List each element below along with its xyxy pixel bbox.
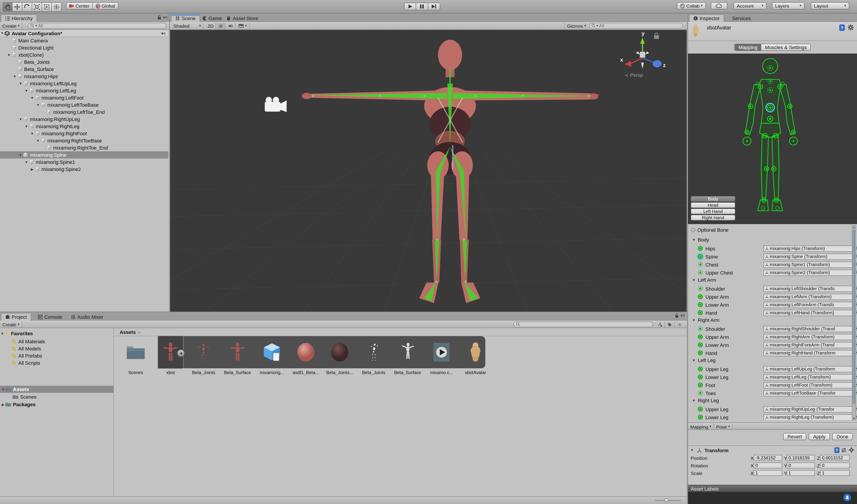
tab-scene[interactable]: Scene	[171, 14, 200, 22]
slider-knob[interactable]	[665, 498, 668, 502]
hand-tool-button[interactable]	[3, 2, 13, 12]
hierarchy-item[interactable]: ▼xbot(Clone)	[0, 51, 168, 58]
folder-item-assets[interactable]: ▼Assets	[0, 386, 113, 393]
presets-icon[interactable]	[841, 448, 846, 453]
transform-field-x[interactable]: -9.234152	[754, 455, 782, 461]
bone-object-field[interactable]: mixamorig:Spine (Transform)	[763, 253, 852, 259]
bone-state-dot[interactable]	[698, 334, 703, 339]
hierarchy-item[interactable]: ▼mixamorig:RightLeg	[0, 123, 168, 130]
bone-state-dot[interactable]	[698, 383, 703, 387]
bone-state-dot[interactable]	[698, 391, 703, 396]
bone-state-dot[interactable]	[698, 270, 703, 275]
part-button-head[interactable]: Head	[691, 202, 735, 208]
panel-menu-icon[interactable]: ▾≡	[163, 15, 167, 20]
bone-state-dot[interactable]	[698, 286, 703, 291]
hierarchy-item[interactable]: ▼mixamorig:RightToeBase	[0, 137, 168, 144]
favorite-item[interactable]: All Prefabs	[0, 352, 113, 359]
bone-state-dot[interactable]	[698, 350, 703, 355]
shading-mode-dropdown[interactable]: Shaded▾	[171, 23, 204, 29]
2d-toggle[interactable]: 2D	[206, 23, 216, 29]
gizmos-dropdown[interactable]: Gizmos▾	[564, 23, 586, 29]
favorite-item[interactable]: All Scripts	[0, 359, 113, 367]
part-button-body[interactable]: Body	[691, 196, 735, 202]
hierarchy-item[interactable]: Directional Light	[0, 44, 168, 51]
bone-object-field[interactable]: mixamorig:LeftShoulder (Transfo	[763, 285, 852, 292]
account-dropdown[interactable]: Account▾	[734, 2, 767, 10]
scene-header-row[interactable]: ▼ Avatar Configuration* ▾≡	[0, 30, 168, 37]
transform-tool-button[interactable]	[52, 2, 62, 12]
transform-field-y[interactable]: 0	[787, 463, 815, 468]
breadcrumb-folder[interactable]: Assets	[120, 329, 136, 335]
thumbnail-size-slider[interactable]	[655, 500, 681, 501]
hierarchy-item[interactable]: Main Camera	[0, 37, 168, 44]
foldout-arrow[interactable]: ▼	[36, 139, 40, 142]
search-by-type-button[interactable]	[655, 321, 665, 327]
bone-object-field[interactable]: mixamorig:RightShoulder (Transf	[763, 326, 852, 332]
bone-state-dot[interactable]	[698, 310, 703, 315]
bone-object-field[interactable]: mixamorig:RightHand (Transform	[763, 350, 852, 356]
hierarchy-item[interactable]: ▼mixamorig:RightUpLeg	[0, 116, 168, 123]
hierarchy-item[interactable]: ▼mixamorig:LeftFoot	[0, 94, 168, 101]
gear-icon[interactable]	[849, 447, 854, 453]
hierarchy-item[interactable]: Beta_Joints	[0, 58, 168, 66]
transform-field-y[interactable]: 1	[787, 470, 815, 476]
foldout-arrow[interactable]: ▼	[18, 153, 23, 157]
bone-state-dot[interactable]	[698, 407, 703, 411]
favorite-item[interactable]: All Models	[0, 345, 113, 352]
hierarchy-item[interactable]: ▼mixamorig:LeftUpLeg	[0, 80, 168, 87]
pause-button[interactable]	[416, 3, 428, 10]
foldout-arrow[interactable]: ▼	[692, 358, 696, 362]
transform-field-z[interactable]: 0	[820, 463, 850, 468]
hierarchy-item[interactable]: mixamorig:RightToe_End	[0, 144, 168, 151]
foldout-arrow[interactable]: ▼	[24, 124, 29, 128]
tab-services[interactable]: Services	[728, 14, 755, 22]
bone-state-dot[interactable]	[698, 374, 703, 380]
bone-object-field[interactable]: mixamorig:RightLeg (Transform)	[763, 414, 852, 420]
bone-object-field[interactable]: mixamorig:Spine2 (Transform)	[763, 269, 852, 276]
bone-section-header[interactable]: ▼Right Leg	[692, 398, 719, 403]
asset-labels-header[interactable]: Asset Labels	[688, 485, 857, 492]
foldout-arrow[interactable]: ▼	[18, 117, 23, 121]
apply-button[interactable]: Apply	[809, 433, 830, 440]
bone-section-header[interactable]: ▼Left Arm	[692, 277, 716, 283]
tab-audio-mixer[interactable]: Audio Mixer	[67, 313, 107, 320]
folder-item-scenes[interactable]: Scenes	[0, 393, 113, 400]
tab-inspector[interactable]: iInspector	[689, 14, 724, 22]
space-toggle-button[interactable]: Global	[93, 2, 118, 10]
rotate-tool-button[interactable]	[22, 2, 32, 12]
tab-muscles-settings[interactable]: Muscles & Settings	[761, 44, 811, 51]
foldout-arrow[interactable]: ▼	[692, 278, 696, 282]
tab-asset-store[interactable]: Asset Store	[222, 14, 262, 22]
tab-console[interactable]: Console	[34, 313, 66, 320]
bone-section-header[interactable]: ▼Body	[692, 237, 709, 242]
tab-hierarchy[interactable]: Hierarchy	[1, 14, 37, 22]
foldout-arrow[interactable]: ▼	[690, 448, 694, 452]
bone-object-field[interactable]: mixamorig:LeftArm (Transform)	[763, 293, 852, 300]
play-button[interactable]	[404, 3, 416, 10]
hierarchy-item[interactable]: ▼mixamorig:Spine1	[0, 158, 168, 166]
hierarchy-item[interactable]: Beta_Surface	[0, 66, 168, 73]
scale-tool-button[interactable]	[32, 2, 42, 12]
step-button[interactable]	[428, 3, 440, 10]
scene-viewport[interactable]: y x z ≺ Persp	[170, 30, 687, 312]
bone-object-field[interactable]: mixamorig:RightArm (Transform)	[763, 334, 852, 340]
audio-toggle[interactable]	[226, 23, 235, 29]
bone-state-dot[interactable]	[698, 294, 703, 299]
saved-search-star-button[interactable]: ★	[675, 321, 685, 327]
avatar-body-diagram[interactable]	[742, 56, 798, 222]
bone-state-dot[interactable]	[698, 302, 703, 307]
foldout-arrow[interactable]: ▼	[18, 82, 23, 85]
tag-button[interactable]	[843, 494, 851, 501]
hierarchy-item[interactable]: ▼mixamorig:LeftToeBase	[0, 101, 168, 108]
foldout-arrow[interactable]: ▼	[692, 399, 696, 402]
foldout-arrow[interactable]: ▼	[692, 318, 696, 322]
done-button[interactable]: Done	[832, 433, 853, 440]
foldout-arrow[interactable]: ▼	[13, 74, 17, 78]
favorite-item[interactable]: All Materials	[0, 338, 113, 345]
transform-field-x[interactable]: 0	[754, 463, 782, 468]
project-create-dropdown[interactable]: Create▾	[0, 321, 22, 327]
mapping-menu-dropdown[interactable]: Mapping▾	[688, 424, 714, 430]
tab-game[interactable]: Game	[198, 14, 226, 22]
bone-object-field[interactable]: mixamorig:LeftForeArm (Transfo	[763, 302, 852, 308]
hierarchy-search-input[interactable]: ▾All	[28, 23, 167, 29]
